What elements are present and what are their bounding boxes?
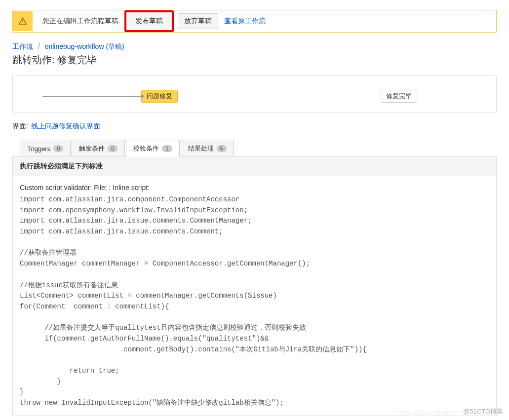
watermark-faint: https://blog.csdn.net — [397, 409, 455, 416]
transition-flow-box: 问题修复 修复完毕 — [12, 76, 497, 113]
tabs: Triggers 0 触发条件 0 校验条件 1 结果处理 5 — [20, 140, 497, 157]
tab-post-functions[interactable]: 结果处理 5 — [181, 140, 234, 157]
draft-alert-banner: 您正在编辑工作流程草稿. 发布草稿 放弃草稿 查看原工作流 — [12, 10, 497, 33]
discard-draft-button[interactable]: 放弃草稿 — [178, 13, 218, 29]
breadcrumb-workflow[interactable]: onlinebug-workflow (草稿) — [45, 42, 124, 50]
breadcrumb: 工作流 / onlinebug-workflow (草稿) — [12, 42, 497, 51]
breadcrumb-separator: / — [38, 42, 40, 50]
tab-count: 1 — [162, 145, 172, 152]
page-title: 跳转动作: 修复完毕 — [12, 53, 497, 67]
breadcrumb-root[interactable]: 工作流 — [12, 42, 33, 50]
tab-label: Triggers — [27, 145, 50, 153]
publish-draft-button[interactable]: 发布草稿 — [124, 10, 174, 32]
watermark: @51CTO博客 — [463, 407, 503, 416]
validators-section-header: 执行跳转必须满足下列标准 — [12, 156, 497, 176]
warning-icon — [18, 17, 27, 26]
flow-line-in — [42, 96, 141, 97]
screen-label: 界面: — [12, 122, 28, 130]
script-code: import com.atlassian.jira.component.Comp… — [20, 194, 489, 409]
tab-validators[interactable]: 校验条件 1 — [126, 140, 179, 157]
flow-to-status: 修复完毕 — [381, 90, 417, 103]
alert-text: 您正在编辑工作流程草稿. — [33, 17, 120, 26]
tab-count: 0 — [53, 145, 63, 152]
tab-count: 5 — [217, 145, 227, 152]
tab-label: 触发条件 — [79, 144, 105, 153]
flow-from-status: 问题修复 — [141, 90, 178, 103]
screen-line: 界面: 线上问题修复确认界面 — [12, 122, 497, 131]
view-original-link[interactable]: 查看原工作流 — [224, 17, 266, 26]
tab-count: 0 — [108, 145, 117, 152]
status-badge-to: 修复完毕 — [381, 90, 417, 103]
tab-triggers[interactable]: Triggers 0 — [20, 140, 71, 157]
script-validator-title: Custom script validator: File: ; Inline … — [20, 184, 489, 191]
tab-label: 结果处理 — [188, 144, 214, 153]
screen-link[interactable]: 线上问题修复确认界面 — [31, 122, 100, 130]
validators-section-body: Custom script validator: File: ; Inline … — [12, 177, 497, 416]
tab-conditions[interactable]: 触发条件 0 — [72, 140, 125, 157]
status-badge-from: 问题修复 — [141, 90, 178, 103]
tab-label: 校验条件 — [133, 144, 159, 153]
warning-icon-box — [13, 11, 33, 31]
arrow-icon — [141, 94, 145, 98]
